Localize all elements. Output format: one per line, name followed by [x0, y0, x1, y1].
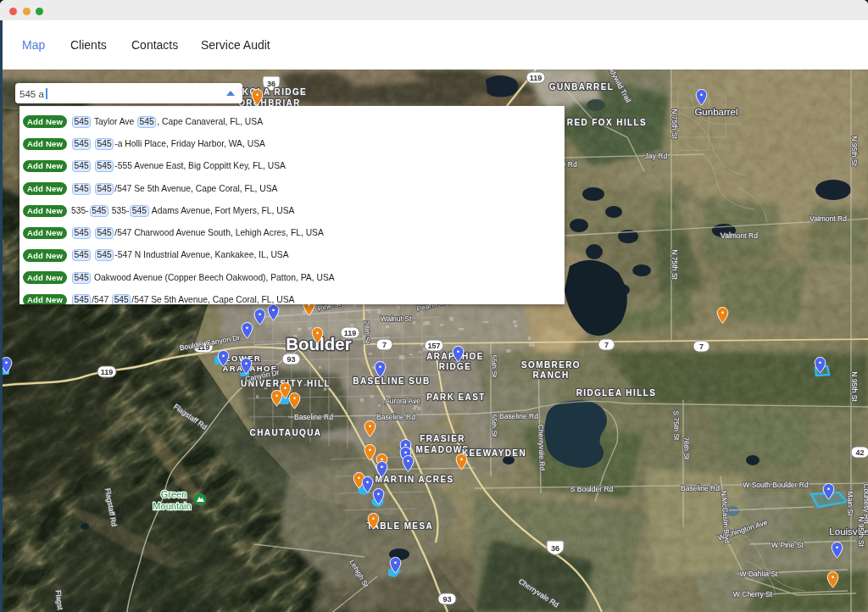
svg-text:S 75th St: S 75th St — [671, 410, 681, 441]
svg-text:MARTIN ACRES: MARTIN ACRES — [375, 475, 453, 484]
svg-text:W South Boulder Rd: W South Boulder Rd — [743, 481, 809, 489]
svg-text:N 95th St: N 95th St — [850, 136, 859, 166]
svg-text:42: 42 — [855, 448, 864, 457]
svg-text:SOMBRERO: SOMBRERO — [521, 360, 581, 370]
svg-text:Gunbarrel: Gunbarrel — [694, 107, 737, 117]
svg-text:Green: Green — [161, 489, 187, 499]
svg-text:RIDGLEA HILLS: RIDGLEA HILLS — [576, 388, 657, 398]
svg-text:Baseline Rd: Baseline Rd — [376, 413, 415, 421]
svg-text:Aurora Ave: Aurora Ave — [385, 397, 420, 405]
svg-text:36: 36 — [551, 544, 559, 553]
svg-text:93: 93 — [287, 355, 295, 364]
svg-text:Walnut St: Walnut St — [381, 314, 412, 323]
svg-text:Baseline Rd: Baseline Rd — [681, 484, 720, 492]
svg-text:CHAUTAUQUA: CHAUTAUQUA — [250, 428, 322, 437]
svg-text:RIDGE: RIDGE — [439, 362, 472, 371]
svg-text:Baseline Rd: Baseline Rd — [294, 413, 333, 421]
svg-text:93: 93 — [442, 595, 451, 604]
svg-text:Cherryvale Rd: Cherryvale Rd — [537, 425, 547, 471]
svg-text:Valmont Rd: Valmont Rd — [810, 214, 847, 223]
svg-text:FRASIER: FRASIER — [420, 434, 465, 443]
svg-text:W Pine St: W Pine St — [771, 541, 804, 549]
svg-text:GUNBARREL: GUNBARREL — [549, 82, 615, 92]
svg-text:Baseline Rd: Baseline Rd — [499, 412, 538, 420]
svg-text:28th St: 28th St — [363, 320, 372, 344]
svg-text:119: 119 — [530, 74, 542, 82]
svg-text:PARK EAST: PARK EAST — [426, 392, 486, 402]
svg-text:Mountain: Mountain — [153, 501, 191, 511]
svg-text:7: 7 — [699, 342, 704, 351]
svg-text:W Cherry St: W Cherry St — [733, 590, 773, 598]
svg-text:Valmont Rd: Valmont Rd — [721, 231, 758, 240]
svg-text:N 95th St: N 95th St — [857, 516, 865, 547]
svg-text:RED FOX HILLS: RED FOX HILLS — [567, 118, 647, 127]
svg-text:RANCH: RANCH — [532, 370, 569, 380]
svg-text:KEEWAYDEN: KEEWAYDEN — [462, 448, 526, 458]
svg-text:119: 119 — [101, 368, 114, 376]
svg-text:N 75th St: N 75th St — [670, 249, 679, 280]
svg-text:Jay Rd: Jay Rd — [645, 152, 668, 160]
svg-text:S Boulder Rd: S Boulder Rd — [570, 485, 614, 493]
svg-text:BASELINE SUB: BASELINE SUB — [353, 376, 430, 386]
svg-text:W Dahlia St: W Dahlia St — [740, 570, 779, 578]
svg-text:Main St: Main St — [846, 492, 854, 516]
svg-text:7: 7 — [382, 341, 387, 349]
svg-text:157: 157 — [427, 342, 440, 350]
svg-text:7: 7 — [604, 341, 609, 349]
svg-text:55th St: 55th St — [490, 414, 499, 437]
svg-text:N 75th St: N 75th St — [670, 108, 679, 139]
svg-text:N 95th St: N 95th St — [850, 371, 859, 402]
svg-text:76th St: 76th St — [682, 437, 692, 460]
svg-text:55th St: 55th St — [490, 354, 499, 378]
